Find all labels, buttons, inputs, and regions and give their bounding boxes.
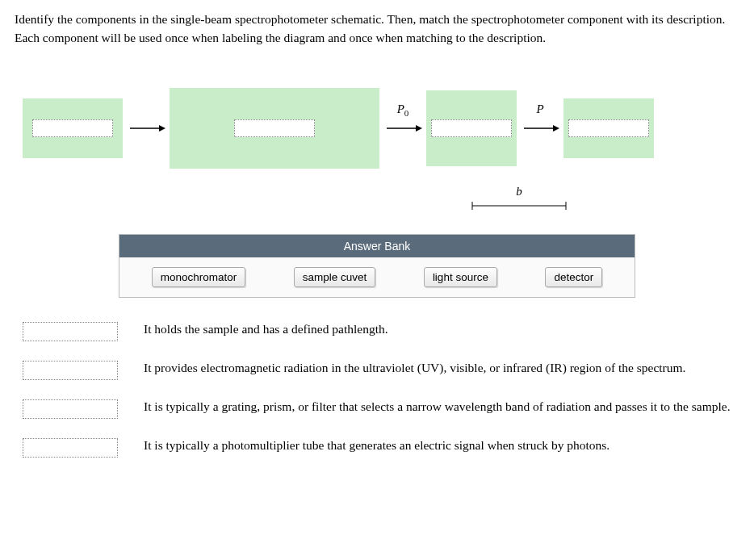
arrow-1 — [123, 120, 170, 136]
schematic-diagram: P0 P — [15, 88, 739, 169]
arrow-p0: P0 — [379, 120, 426, 136]
svg-marker-5 — [553, 125, 559, 132]
answer-bank: Answer Bank monochromator sample cuvet l… — [119, 234, 635, 298]
pathlength-indicator: b — [471, 185, 568, 210]
desc-text-2: It provides electromagnetic radiation in… — [144, 359, 685, 377]
desc-text-1: It holds the sample and has a defined pa… — [144, 320, 388, 338]
description-row: It is typically a photomultiplier tube t… — [23, 437, 739, 458]
component-box-1 — [23, 98, 123, 158]
drop-slot-1[interactable] — [32, 119, 113, 137]
label-p: P — [517, 102, 563, 116]
desc-drop-3[interactable] — [23, 399, 118, 419]
bank-item-monochromator[interactable]: monochromator — [152, 267, 246, 287]
bank-item-detector[interactable]: detector — [545, 267, 602, 287]
label-p0: P0 — [379, 102, 426, 118]
desc-drop-1[interactable] — [23, 322, 118, 341]
component-box-2 — [170, 88, 379, 169]
bank-item-light-source[interactable]: light source — [424, 267, 497, 287]
pathlength-indicator-row: b — [15, 185, 739, 210]
desc-drop-4[interactable] — [23, 438, 118, 458]
svg-marker-1 — [159, 125, 165, 132]
desc-drop-2[interactable] — [23, 361, 118, 380]
description-section: It holds the sample and has a defined pa… — [15, 320, 739, 458]
answer-bank-header: Answer Bank — [119, 235, 635, 257]
answer-bank-body: monochromator sample cuvet light source … — [119, 257, 635, 297]
drop-slot-2[interactable] — [234, 119, 315, 137]
bank-item-sample-cuvet[interactable]: sample cuvet — [294, 267, 376, 287]
instructions-text: Identify the components in the single-be… — [15, 10, 739, 48]
description-row: It is typically a grating, prism, or fil… — [23, 398, 739, 419]
desc-text-3: It is typically a grating, prism, or fil… — [144, 398, 731, 416]
component-box-4 — [563, 98, 654, 158]
component-box-3 — [426, 90, 517, 166]
description-row: It provides electromagnetic radiation in… — [23, 359, 739, 380]
label-b: b — [516, 185, 522, 199]
description-row: It holds the sample and has a defined pa… — [23, 320, 739, 341]
desc-text-4: It is typically a photomultiplier tube t… — [144, 437, 609, 454]
svg-marker-3 — [416, 125, 422, 132]
drop-slot-4[interactable] — [568, 119, 649, 137]
drop-slot-3[interactable] — [431, 119, 512, 137]
arrow-p: P — [517, 120, 563, 136]
